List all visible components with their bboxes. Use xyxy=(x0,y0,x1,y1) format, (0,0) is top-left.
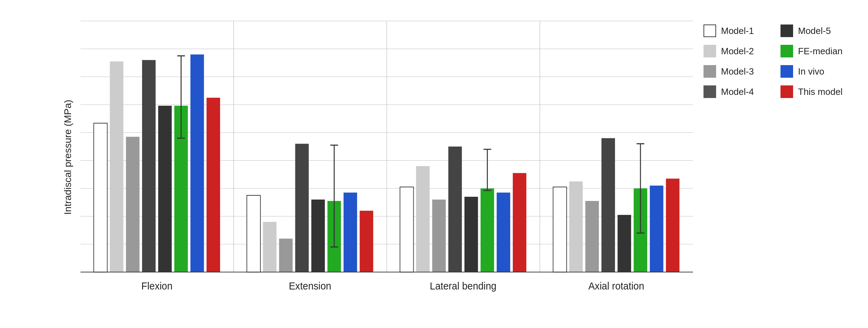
bar-axialrotation-model5 xyxy=(617,215,631,272)
bar-lateralbending-thismodel xyxy=(513,173,526,272)
bar-extension-thismodel xyxy=(360,211,373,272)
legend-label-model4: Model-4 xyxy=(721,86,754,97)
bar-flexion-invivo xyxy=(190,55,204,272)
legend-swatch-invivo xyxy=(780,65,793,78)
legend-label-model1: Model-1 xyxy=(721,26,754,36)
legend-swatch-thismodel xyxy=(780,85,793,98)
y-axis-label: Intradiscal pressure (MPa) xyxy=(62,99,74,214)
bar-lateralbending-femedian xyxy=(481,188,494,272)
legend-label-model2: Model-2 xyxy=(721,46,754,57)
legend-label-model3: Model-3 xyxy=(721,66,754,77)
legend-label-femedian: FE-median xyxy=(798,46,842,57)
bar-extension-model2 xyxy=(263,222,276,272)
bar-lateralbending-model2 xyxy=(416,166,430,272)
bar-extension-model3 xyxy=(279,239,293,272)
bar-lateralbending-model4 xyxy=(448,147,462,272)
legend-swatch-model4 xyxy=(704,85,716,98)
label-extension: Extension xyxy=(289,280,331,292)
bar-axialrotation-thismodel xyxy=(666,179,680,272)
legend-item-model3: Model-3 xyxy=(704,65,770,78)
label-flexion: Flexion xyxy=(141,280,173,292)
label-axialrotation: Axial rotation xyxy=(588,280,644,292)
bar-extension-model4 xyxy=(295,144,309,272)
legend-label-thismodel: This model xyxy=(798,86,842,97)
legend-label-invivo: In vivo xyxy=(798,66,824,77)
bar-flexion-model3 xyxy=(126,137,140,272)
plot-area: 0 0.2 0.4 0.6 0.8 1.0 1.2 1.4 1.6 1.8 xyxy=(80,14,693,300)
legend-swatch-model5 xyxy=(780,25,793,37)
legend-swatch-model3 xyxy=(704,65,716,78)
legend-swatch-model2 xyxy=(704,45,716,57)
bar-lateralbending-model3 xyxy=(432,200,446,272)
bar-lateralbending-invivo xyxy=(497,193,510,272)
bar-axialrotation-model2 xyxy=(569,181,583,272)
legend-item-femedian: FE-median xyxy=(780,45,847,57)
legend-label-model5: Model-5 xyxy=(798,26,831,36)
legend-item-model4: Model-4 xyxy=(704,85,770,98)
bar-axialrotation-model4 xyxy=(601,138,615,272)
legend-item-model5: Model-5 xyxy=(780,25,847,37)
bar-extension-model1 xyxy=(247,195,260,272)
chart-container: Intradiscal pressure (MPa) xyxy=(0,0,868,328)
bar-lateralbending-model1 xyxy=(400,187,414,272)
bar-axialrotation-invivo xyxy=(650,186,664,272)
bar-axialrotation-model1 xyxy=(553,187,567,272)
legend-swatch-model1 xyxy=(704,25,716,37)
bar-flexion-model4 xyxy=(142,60,156,272)
bar-lateralbending-model5 xyxy=(464,197,478,272)
bar-extension-model5 xyxy=(311,200,325,272)
legend-swatch-femedian xyxy=(780,45,793,57)
bar-flexion-model2 xyxy=(110,62,124,272)
bar-flexion-model1 xyxy=(94,123,107,272)
bar-flexion-thismodel xyxy=(206,98,220,272)
bar-axialrotation-model3 xyxy=(585,201,599,272)
label-lateralbending: Lateral bending xyxy=(430,280,496,292)
bar-extension-invivo xyxy=(344,193,357,272)
legend-item-invivo: In vivo xyxy=(780,65,847,78)
legend-item-model2: Model-2 xyxy=(704,45,770,57)
legend: Model-1 Model-5 Model-2 FE-median xyxy=(693,14,847,300)
bar-flexion-model5 xyxy=(158,106,172,272)
legend-item-thismodel: This model xyxy=(780,85,847,98)
legend-item-model1: Model-1 xyxy=(704,25,770,37)
